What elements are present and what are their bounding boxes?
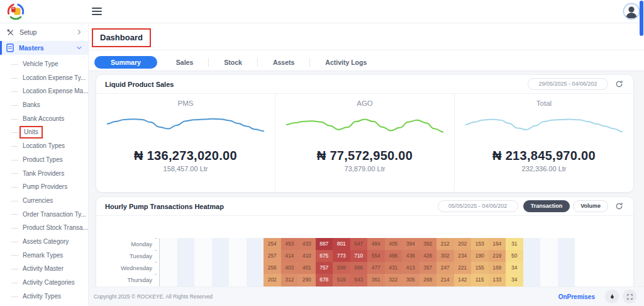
- sidebar-item-location-expense-ma[interactable]: Location Expense Ma...: [0, 84, 88, 98]
- sidebar-item-banks[interactable]: Banks: [0, 98, 88, 112]
- heatmap-cell: [540, 262, 558, 274]
- page-title: Dashboard: [100, 33, 143, 42]
- refresh-button[interactable]: [613, 79, 625, 90]
- sidebar-group-label: Masters: [19, 44, 72, 52]
- heatmap-cell: [212, 238, 230, 250]
- sidebar-item-remark-types[interactable]: Remark Types: [0, 249, 88, 263]
- heatmap-cell: [177, 238, 195, 250]
- sidebar-group-setup[interactable]: Setup: [0, 25, 88, 39]
- menu-toggle-icon[interactable]: [92, 8, 102, 15]
- top-header: [0, 0, 644, 23]
- heatmap-cell: 678: [316, 274, 333, 286]
- heatmap-cell: [558, 238, 575, 250]
- sidebar-item-currencies[interactable]: Currencies: [0, 194, 88, 208]
- chevron-right-icon: [77, 30, 82, 35]
- heatmap-cell: 257: [264, 250, 281, 262]
- volume-value: 158,457.00 Ltr: [96, 165, 275, 173]
- onpremises-badge[interactable]: OnPremises: [558, 293, 595, 300]
- volume-value: 232,336.00 Ltr: [455, 165, 633, 173]
- heatmap-cell: 190: [471, 250, 489, 262]
- sidebar-item-vehicle-type[interactable]: Vehicle Type: [0, 57, 88, 71]
- sidebar-item-activity-types[interactable]: Activity Types: [0, 290, 88, 303]
- tab-assets[interactable]: Assets: [257, 58, 309, 67]
- document-icon: [6, 43, 14, 52]
- sidebar-item-activity-categories[interactable]: Activity Categories: [0, 276, 88, 290]
- heatmap-cell: 290: [298, 274, 316, 286]
- heatmap-cell: 566: [350, 262, 368, 274]
- heatmap-cell: [540, 274, 558, 286]
- heatmap-cell: 801: [333, 238, 350, 250]
- sidebar-item-product-stock-transa[interactable]: Product Stock Transa...: [0, 221, 88, 235]
- date-range-input[interactable]: 05/05/2025 - 04/06/202: [438, 200, 518, 212]
- fullscreen-button[interactable]: [623, 290, 636, 303]
- heatmap-cell: [523, 238, 541, 250]
- sidebar-item-order-transaction-ty[interactable]: Order Transaction Ty...: [0, 208, 88, 222]
- heatmap-row-label: Wednesday: [96, 262, 157, 274]
- volume-value: 73,879.00 Ltr: [275, 165, 454, 173]
- expand-icon: [626, 293, 633, 300]
- heatmap-cell: [177, 250, 195, 262]
- heatmap-cell: 153: [471, 238, 489, 250]
- refresh-button[interactable]: [613, 201, 625, 212]
- heatmap-cell: [177, 262, 195, 274]
- date-range-input[interactable]: 29/05/2025 - 04/06/202: [528, 78, 608, 90]
- card-title: Hourly Pump Transactions Heatmap: [105, 203, 224, 210]
- heatmap-cell: 554: [367, 250, 385, 262]
- heatmap-cell: [558, 262, 575, 274]
- annotation-box-dashboard: Dashboard: [92, 28, 151, 47]
- sidebar-item-label: Order Transaction Ty...: [23, 211, 86, 218]
- scrollbar-thumb[interactable]: [640, 1, 643, 36]
- tab-activity-logs[interactable]: Activity Logs: [309, 58, 382, 67]
- app-logo[interactable]: [6, 2, 25, 21]
- metric-panel-pms: PMS₦ 136,273,020.00158,457.00 Ltr: [96, 94, 275, 192]
- sidebar-item-units[interactable]: Units: [0, 125, 88, 139]
- sidebar-item-assets-category[interactable]: Assets Category: [0, 235, 88, 249]
- tools-icon: [6, 28, 14, 37]
- sidebar-group-masters[interactable]: Masters: [0, 41, 88, 55]
- sidebar-item-bank-accounts[interactable]: Bank Accounts: [0, 112, 88, 126]
- heatmap-cell: 410: [298, 250, 316, 262]
- sparkline-chart: [286, 110, 443, 141]
- heatmap-cell: 155: [471, 262, 489, 274]
- sidebar-item-label: Currencies: [23, 197, 53, 204]
- sidebar-item-product-types[interactable]: Product Types: [0, 153, 88, 167]
- metric-panel-total: Total₦ 213,845,970.00232,336.00 Ltr: [454, 94, 633, 192]
- sidebar-item-location-types[interactable]: Location Types: [0, 139, 88, 153]
- sidebar-item-pump-providers[interactable]: Pump Providers: [0, 180, 88, 194]
- sidebar-item-activity-master[interactable]: Activity Master: [0, 262, 88, 276]
- heatmap-cell: 543: [350, 274, 368, 286]
- sidebar-item-label: Activity Master: [23, 265, 64, 272]
- heatmap-cell: [540, 238, 558, 250]
- heatmap-cell: [523, 274, 541, 286]
- tab-summary[interactable]: Summary: [94, 56, 157, 69]
- heatmap-cell: 413: [402, 262, 419, 274]
- toggle-volume[interactable]: Volume: [573, 200, 608, 212]
- heatmap-row: 2023122906785195433613223052682141421151…: [160, 274, 575, 286]
- sidebar-item-label: Location Types: [23, 142, 65, 149]
- amount-value: ₦ 77,572,950.00: [275, 149, 454, 163]
- toggle-transaction[interactable]: Transaction: [523, 200, 570, 212]
- heatmap-cell: 403: [281, 262, 299, 274]
- heatmap-cell: 305: [402, 274, 419, 286]
- tab-stock[interactable]: Stock: [208, 58, 257, 67]
- heatmap-cell: 675: [316, 250, 333, 262]
- heatmap-cell: 453: [281, 238, 299, 250]
- theme-flame-button[interactable]: [605, 290, 619, 303]
- heatmap-cell: 322: [385, 274, 402, 286]
- sidebar-item-label: Tank Providers: [23, 170, 64, 177]
- heatmap-row: 2544534338878016474844053943922122021531…: [160, 238, 575, 250]
- heatmap-cell: 361: [367, 274, 385, 286]
- amount-value: ₦ 136,273,020.00: [96, 149, 275, 163]
- heatmap-cell: 268: [419, 274, 437, 286]
- footer: Copyright 2025 © ROCKEYE. All Rights Res…: [89, 287, 644, 306]
- heatmap-cell: 312: [281, 274, 299, 286]
- heatmap-cell: 202: [454, 238, 472, 250]
- sidebar-item-location-expense-ty[interactable]: Location Expense Ty...: [0, 71, 88, 85]
- tab-sales[interactable]: Sales: [161, 58, 208, 67]
- user-avatar[interactable]: [623, 3, 640, 20]
- heatmap-cell: [523, 250, 541, 262]
- sidebar-item-tank-providers[interactable]: Tank Providers: [0, 167, 88, 181]
- heatmap-cell: 169: [489, 262, 506, 274]
- heatmap-cell: [558, 250, 575, 262]
- flame-icon: [609, 293, 616, 300]
